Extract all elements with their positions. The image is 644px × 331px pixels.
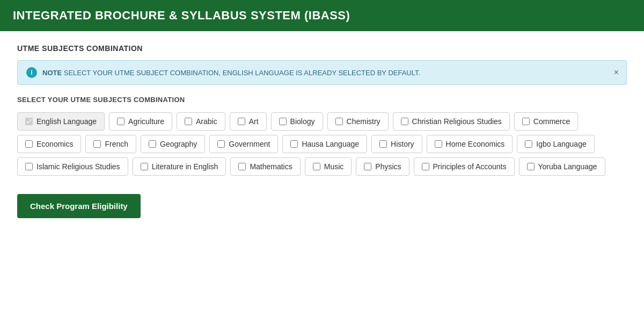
subject-checkbox-christian_religious_studies[interactable] — [401, 118, 408, 125]
subject-checkbox-music[interactable] — [313, 163, 320, 170]
subject-item-history[interactable]: History — [371, 135, 422, 153]
subject-checkbox-principles_of_accounts[interactable] — [422, 163, 429, 170]
subject-item-arabic[interactable]: Arabic — [177, 112, 225, 131]
subject-label-music: Music — [324, 162, 344, 171]
subject-label-geography: Geography — [160, 140, 197, 148]
subject-item-physics[interactable]: Physics — [356, 157, 409, 176]
subject-checkbox-french[interactable] — [93, 140, 101, 148]
subject-checkbox-history[interactable] — [379, 140, 387, 148]
subject-label-yoruba_language: Yoruba Language — [538, 162, 597, 171]
subject-checkbox-igbo_language[interactable] — [525, 140, 532, 148]
section-title: UTME SUBJECTS COMBINATION — [17, 44, 627, 53]
subject-item-english[interactable]: English Language — [17, 112, 105, 131]
subject-item-music[interactable]: Music — [305, 157, 352, 176]
subjects-grid: English LanguageAgricultureArabicArtBiol… — [17, 112, 627, 176]
subject-label-government: Government — [229, 140, 270, 148]
subject-label-arabic: Arabic — [196, 117, 217, 126]
subject-checkbox-geography[interactable] — [149, 140, 156, 148]
subject-item-igbo_language[interactable]: Igbo Language — [517, 135, 594, 153]
subject-item-biology[interactable]: Biology — [271, 112, 323, 131]
alert-close-button[interactable]: × — [614, 68, 619, 77]
subject-checkbox-home_economics[interactable] — [435, 140, 442, 148]
subject-item-chemistry[interactable]: Chemistry — [327, 112, 389, 131]
subject-item-art[interactable]: Art — [230, 112, 267, 131]
subject-label-mathematics: Mathematics — [250, 162, 292, 171]
subject-checkbox-english[interactable] — [25, 118, 33, 125]
check-eligibility-button[interactable]: Check Program Eligibility — [17, 194, 141, 218]
alert-note-bold: NOTE — [42, 69, 62, 77]
subject-label-art: Art — [249, 117, 259, 126]
subject-checkbox-hausa_language[interactable] — [290, 140, 298, 148]
subjects-label: SELECT YOUR UTME SUBJECTS COMBINATION — [17, 96, 627, 104]
subject-checkbox-agriculture[interactable] — [117, 118, 125, 125]
subject-label-principles_of_accounts: Principles of Accounts — [433, 162, 507, 171]
subject-label-literature_in_english: Literature in English — [152, 162, 218, 171]
subject-checkbox-physics[interactable] — [364, 163, 371, 170]
subject-label-agriculture: Agriculture — [128, 117, 164, 126]
alert-note-text: SELECT YOUR UTME SUBJECT COMBINATION, EN… — [62, 69, 420, 77]
subject-item-agriculture[interactable]: Agriculture — [109, 112, 172, 131]
subject-label-home_economics: Home Economics — [446, 140, 505, 148]
subject-item-islamic_religious_studies[interactable]: Islamic Religious Studies — [17, 157, 128, 176]
subject-label-chemistry: Chemistry — [347, 117, 380, 126]
subject-label-economics: Economics — [36, 140, 73, 148]
subject-label-french: French — [105, 140, 128, 148]
subject-label-igbo_language: Igbo Language — [536, 140, 586, 148]
subject-item-literature_in_english[interactable]: Literature in English — [133, 157, 226, 176]
alert-icon: i — [26, 67, 37, 78]
subject-label-english: English Language — [36, 117, 97, 126]
subject-label-commerce: Commerce — [533, 117, 570, 126]
subject-label-history: History — [391, 140, 414, 148]
subject-checkbox-yoruba_language[interactable] — [527, 163, 535, 170]
subject-label-physics: Physics — [375, 162, 401, 171]
header: INTEGRATED BROCHURE & SYLLABUS SYSTEM (I… — [0, 0, 644, 31]
subject-label-hausa_language: Hausa Language — [302, 140, 359, 148]
subject-checkbox-islamic_religious_studies[interactable] — [25, 163, 33, 170]
subject-item-hausa_language[interactable]: Hausa Language — [282, 135, 367, 153]
subject-item-yoruba_language[interactable]: Yoruba Language — [519, 157, 605, 176]
subject-label-biology: Biology — [290, 117, 315, 126]
subject-checkbox-mathematics[interactable] — [238, 163, 246, 170]
subject-item-principles_of_accounts[interactable]: Principles of Accounts — [414, 157, 515, 176]
subject-item-geography[interactable]: Geography — [141, 135, 205, 153]
subject-checkbox-commerce[interactable] — [522, 118, 530, 125]
subject-checkbox-economics[interactable] — [25, 140, 33, 148]
subject-item-french[interactable]: French — [85, 135, 136, 153]
subject-checkbox-chemistry[interactable] — [335, 118, 343, 125]
subject-checkbox-biology[interactable] — [279, 118, 287, 125]
subject-checkbox-literature_in_english[interactable] — [141, 163, 148, 170]
subject-label-christian_religious_studies: Christian Religious Studies — [412, 117, 502, 126]
subject-item-mathematics[interactable]: Mathematics — [230, 157, 300, 176]
subject-item-government[interactable]: Government — [209, 135, 278, 153]
alert-box: i NOTE SELECT YOUR UTME SUBJECT COMBINAT… — [17, 60, 627, 85]
subject-item-commerce[interactable]: Commerce — [514, 112, 578, 131]
header-title: INTEGRATED BROCHURE & SYLLABUS SYSTEM (I… — [13, 9, 350, 22]
subject-item-home_economics[interactable]: Home Economics — [427, 135, 513, 153]
subject-item-economics[interactable]: Economics — [17, 135, 81, 153]
subject-item-christian_religious_studies[interactable]: Christian Religious Studies — [393, 112, 510, 131]
subject-checkbox-art[interactable] — [238, 118, 245, 125]
main-content: UTME SUBJECTS COMBINATION i NOTE SELECT … — [0, 31, 644, 331]
subject-label-islamic_religious_studies: Islamic Religious Studies — [36, 162, 120, 171]
subject-checkbox-government[interactable] — [217, 140, 225, 148]
alert-message: NOTE SELECT YOUR UTME SUBJECT COMBINATIO… — [42, 69, 420, 77]
subject-checkbox-arabic[interactable] — [185, 118, 192, 125]
